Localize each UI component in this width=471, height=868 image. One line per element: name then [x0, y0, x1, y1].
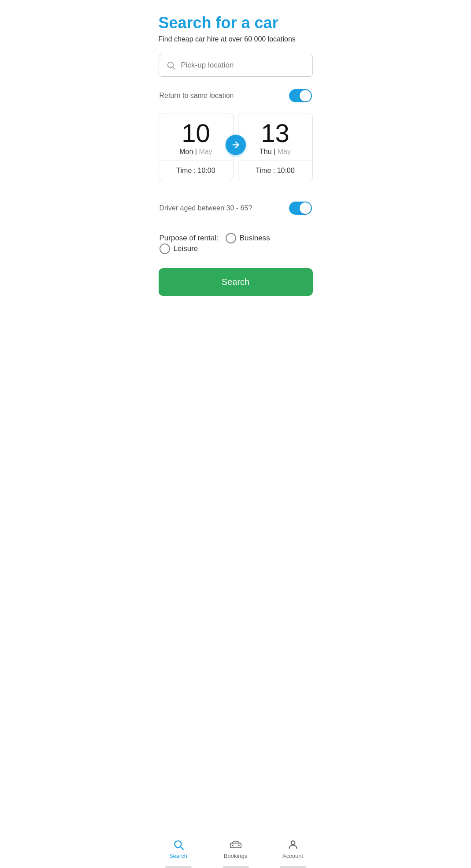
return-location-row: Return to same location — [159, 89, 313, 102]
arrow-right-icon — [231, 140, 241, 150]
svg-line-1 — [173, 67, 175, 69]
purpose-label: Purpose of rental: — [159, 234, 219, 243]
return-time[interactable]: Time : 10:00 — [238, 161, 312, 181]
purpose-business-option[interactable]: Business — [226, 233, 270, 243]
return-day-name: Thu — [260, 148, 272, 155]
driver-age-row: Driver aged between 30 - 65? — [159, 194, 313, 223]
purpose-leisure-option[interactable]: Leisure — [159, 243, 198, 254]
pickup-input-container[interactable] — [159, 54, 313, 77]
svg-point-0 — [167, 62, 173, 67]
driver-age-toggle[interactable] — [289, 202, 312, 215]
return-date-card[interactable]: 13 Thu | May Time : 10:00 — [238, 113, 313, 181]
return-day-number: 13 — [244, 120, 307, 146]
dates-container: 10 Mon | May Time : 10:00 13 Thu — [159, 113, 313, 181]
search-button[interactable]: Search — [159, 268, 313, 296]
pickup-date-card[interactable]: 10 Mon | May Time : 10:00 — [159, 113, 234, 181]
return-day-month: Thu | May — [244, 148, 307, 156]
pickup-day-name: Mon — [179, 148, 193, 155]
pickup-day-month: Mon | May — [164, 148, 228, 156]
pickup-day-number: 10 — [164, 120, 228, 146]
date-arrow-button[interactable] — [226, 135, 246, 155]
purpose-business-label: Business — [240, 234, 270, 243]
return-location-toggle[interactable] — [289, 89, 312, 102]
pickup-location-input[interactable] — [181, 61, 305, 70]
search-icon — [166, 60, 176, 70]
pickup-month: May — [199, 148, 212, 155]
purpose-leisure-radio[interactable] — [159, 243, 170, 254]
purpose-row: Purpose of rental: Business Leisure — [159, 223, 313, 265]
pickup-date-main: 10 Mon | May — [159, 113, 233, 161]
pickup-time[interactable]: Time : 10:00 — [159, 161, 233, 181]
purpose-leisure-label: Leisure — [174, 244, 198, 253]
return-location-label: Return to same location — [159, 92, 234, 100]
driver-age-label: Driver aged between 30 - 65? — [159, 204, 252, 212]
return-month: May — [278, 148, 291, 155]
page-subtitle: Find cheap car hire at over 60 000 locat… — [159, 35, 313, 43]
return-date-main: 13 Thu | May — [238, 113, 312, 161]
page-title: Search for a car — [159, 14, 313, 32]
return-separator: | — [274, 148, 278, 155]
purpose-business-radio[interactable] — [226, 233, 236, 243]
